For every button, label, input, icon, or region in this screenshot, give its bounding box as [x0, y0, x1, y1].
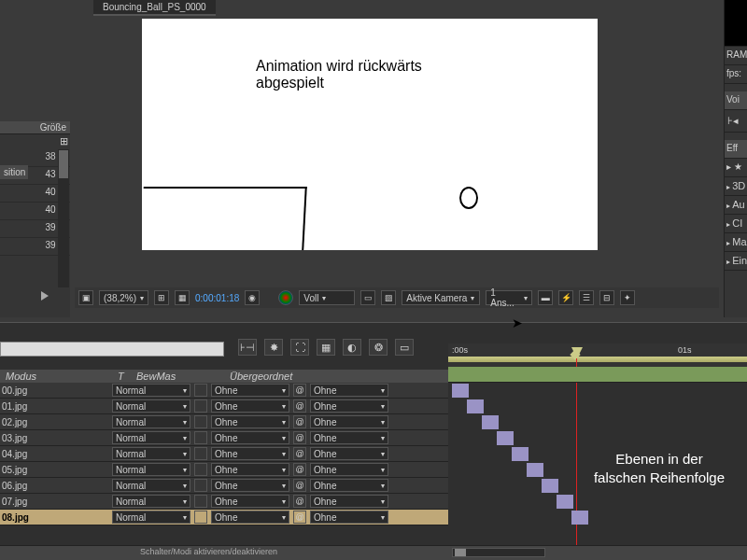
blend-mode-dropdown[interactable]: Normal	[112, 511, 190, 524]
layer-track[interactable]	[448, 430, 747, 446]
parent-dropdown[interactable]: Ohne	[310, 463, 388, 476]
layer-clip[interactable]	[557, 495, 573, 509]
grid-icon[interactable]: ▦	[175, 290, 190, 305]
graph-editor-icon[interactable]: ▭	[395, 339, 414, 356]
preserve-transparency-toggle[interactable]	[194, 479, 207, 492]
fx-3d[interactable]: ▸ 3D	[725, 177, 747, 196]
layer-row[interactable]: 00.jpgNormalOhne@Ohne	[0, 383, 448, 399]
track-matte-dropdown[interactable]: Ohne	[211, 384, 289, 397]
preserve-transparency-toggle[interactable]	[194, 415, 207, 428]
goto-first-frame-icon[interactable]: ⊦◂	[725, 110, 747, 133]
composition-tab[interactable]: Bouncing_Ball_PS_0000	[93, 0, 216, 16]
brainstorm-icon[interactable]: ❂	[369, 339, 388, 356]
preserve-transparency-toggle[interactable]	[194, 447, 207, 460]
fast-preview-icon[interactable]: ⚡	[558, 290, 573, 305]
fx-ci[interactable]: ▸ CI	[725, 215, 747, 233]
layer-clip[interactable]	[482, 415, 499, 429]
layer-name[interactable]: 01.jpg	[0, 401, 112, 412]
parent-dropdown[interactable]: Ohne	[310, 399, 388, 413]
blend-mode-dropdown[interactable]: Normal	[112, 479, 190, 492]
layer-track[interactable]	[448, 399, 747, 414]
fx-ein[interactable]: ▸ Ein	[725, 252, 747, 271]
preserve-transparency-toggle[interactable]	[194, 463, 207, 476]
frame-blend-icon[interactable]: ▦	[317, 339, 335, 356]
parent-pickwhip-icon[interactable]: @	[293, 479, 306, 492]
parent-dropdown[interactable]: Ohne	[310, 431, 388, 444]
layer-clip[interactable]	[497, 431, 514, 445]
parent-dropdown[interactable]: Ohne	[310, 384, 388, 397]
comp-mini-flowchart-icon[interactable]: ⊦⊣	[238, 339, 257, 356]
layer-name[interactable]: 02.jpg	[0, 417, 112, 427]
track-matte-dropdown[interactable]: Ohne	[211, 399, 289, 413]
parent-dropdown[interactable]: Ohne	[310, 415, 388, 428]
parent-dropdown[interactable]: Ohne	[310, 511, 388, 524]
composition-viewer[interactable]: Animation wird rückwärts abgespielt	[142, 19, 598, 250]
parent-pickwhip-icon[interactable]: @	[293, 463, 306, 476]
layer-row[interactable]: 05.jpgNormalOhne@Ohne	[0, 462, 448, 478]
layer-row[interactable]: 06.jpgNormalOhne@Ohne	[0, 478, 448, 494]
size-column-header[interactable]: Größe	[0, 121, 70, 134]
comp-flowchart-icon[interactable]: ⊟	[599, 290, 614, 305]
current-time[interactable]: 0:00:01:18	[195, 293, 239, 303]
parent-dropdown[interactable]: Ohne	[310, 495, 388, 508]
track-matte-dropdown[interactable]: Ohne	[211, 511, 289, 524]
layer-name[interactable]: 08.jpg	[0, 512, 112, 523]
exposure-reset-icon[interactable]: ✦	[620, 290, 635, 305]
layer-clip[interactable]	[542, 479, 558, 493]
layer-row[interactable]: 07.jpgNormalOhne@Ohne	[0, 494, 448, 510]
zoom-dropdown[interactable]: (38,2%)	[99, 290, 148, 305]
col-mode[interactable]: Modus	[0, 370, 112, 383]
layer-row[interactable]: 04.jpgNormalOhne@Ohne	[0, 446, 448, 462]
track-matte-dropdown[interactable]: Ohne	[211, 463, 289, 476]
blend-mode-dropdown[interactable]: Normal	[112, 463, 190, 476]
preserve-transparency-toggle[interactable]	[194, 399, 207, 413]
parent-pickwhip-icon[interactable]: @	[293, 447, 306, 460]
layer-row[interactable]: 01.jpgNormalOhne@Ohne	[0, 399, 448, 414]
layer-name[interactable]: 04.jpg	[0, 449, 112, 459]
blend-mode-dropdown[interactable]: Normal	[112, 447, 190, 460]
layer-row[interactable]: 08.jpgNormalOhne@Ohne	[0, 510, 448, 525]
fx-row[interactable]: ▸ ★	[725, 159, 747, 177]
fx-ma[interactable]: ▸ Ma	[725, 233, 747, 252]
layer-track[interactable]	[448, 494, 747, 510]
layer-clip[interactable]	[527, 463, 543, 477]
parent-pickwhip-icon[interactable]: @	[293, 431, 306, 444]
blend-mode-dropdown[interactable]: Normal	[112, 384, 190, 397]
layer-track[interactable]	[448, 414, 747, 430]
layer-clip[interactable]	[452, 384, 469, 398]
channel-icon[interactable]	[278, 290, 293, 305]
blend-mode-dropdown[interactable]: Normal	[112, 399, 190, 413]
layer-track[interactable]	[448, 383, 747, 399]
layer-clip[interactable]	[467, 399, 484, 413]
horizontal-scrollbar[interactable]	[452, 548, 545, 557]
parent-pickwhip-icon[interactable]: @	[293, 495, 306, 508]
preserve-transparency-toggle[interactable]	[194, 431, 207, 444]
timeline-icon[interactable]: ☰	[579, 290, 594, 305]
blend-mode-dropdown[interactable]: Normal	[112, 415, 190, 428]
flowchart-icon[interactable]: ⊞	[0, 134, 70, 149]
col-trkmat[interactable]: BewMas	[131, 370, 224, 383]
col-t[interactable]: T	[112, 370, 131, 383]
parent-dropdown[interactable]: Ohne	[310, 447, 388, 460]
track-matte-dropdown[interactable]: Ohne	[211, 495, 289, 508]
preserve-transparency-toggle[interactable]	[194, 384, 207, 397]
layer-clip[interactable]	[571, 511, 588, 525]
fx-au[interactable]: ▸ Au	[725, 196, 747, 215]
views-dropdown[interactable]: 1 Ans...	[486, 290, 532, 305]
left-scrollbar[interactable]	[58, 149, 69, 287]
pixel-aspect-icon[interactable]: ▬	[538, 290, 553, 305]
blend-mode-dropdown[interactable]: Normal	[112, 431, 190, 444]
track-matte-dropdown[interactable]: Ohne	[211, 415, 289, 428]
track-matte-dropdown[interactable]: Ohne	[211, 479, 289, 492]
layer-track[interactable]	[448, 510, 747, 525]
work-area-bar[interactable]	[448, 357, 747, 362]
parent-dropdown[interactable]: Ohne	[310, 479, 388, 492]
layer-row[interactable]: 02.jpgNormalOhne@Ohne	[0, 414, 448, 430]
transparency-grid-icon[interactable]: ▨	[381, 290, 396, 305]
layer-name[interactable]: 06.jpg	[0, 481, 112, 491]
always-preview-icon[interactable]: ▣	[78, 290, 93, 305]
timeline-search-input[interactable]	[0, 342, 224, 357]
snapshot-icon[interactable]: ◉	[245, 290, 260, 305]
parent-pickwhip-icon[interactable]: @	[293, 415, 306, 428]
color-swatch[interactable]	[725, 0, 747, 47]
